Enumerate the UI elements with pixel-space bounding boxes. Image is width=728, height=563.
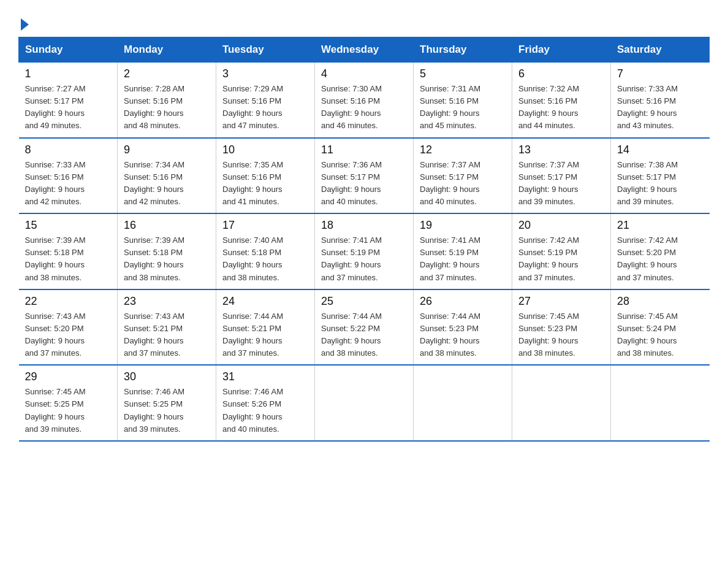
day-info: Sunrise: 7:33 AM Sunset: 5:16 PM Dayligh… — [617, 83, 703, 132]
day-info: Sunrise: 7:39 AM Sunset: 5:18 PM Dayligh… — [25, 234, 112, 284]
day-cell — [611, 365, 710, 441]
day-number: 8 — [25, 144, 112, 156]
day-number: 25 — [321, 295, 407, 308]
day-info: Sunrise: 7:45 AM Sunset: 5:25 PM Dayligh… — [25, 386, 112, 435]
day-cell: 13 Sunrise: 7:37 AM Sunset: 5:17 PM Dayl… — [512, 138, 611, 214]
day-number: 6 — [518, 67, 604, 80]
day-info: Sunrise: 7:43 AM Sunset: 5:21 PM Dayligh… — [124, 310, 210, 360]
day-cell: 21 Sunrise: 7:42 AM Sunset: 5:20 PM Dayl… — [611, 213, 710, 289]
day-info: Sunrise: 7:43 AM Sunset: 5:20 PM Dayligh… — [25, 310, 112, 360]
day-cell: 19 Sunrise: 7:41 AM Sunset: 5:19 PM Dayl… — [414, 213, 512, 289]
day-info: Sunrise: 7:35 AM Sunset: 5:16 PM Dayligh… — [222, 159, 308, 209]
logo-triangle-icon — [21, 18, 29, 31]
day-cell: 17 Sunrise: 7:40 AM Sunset: 5:18 PM Dayl… — [216, 213, 315, 289]
day-cell: 8 Sunrise: 7:33 AM Sunset: 5:16 PM Dayli… — [19, 138, 118, 214]
day-info: Sunrise: 7:36 AM Sunset: 5:17 PM Dayligh… — [321, 159, 407, 209]
day-number: 2 — [124, 67, 210, 80]
day-info: Sunrise: 7:38 AM Sunset: 5:17 PM Dayligh… — [617, 159, 703, 209]
page-header — [18, 12, 710, 31]
day-cell: 6 Sunrise: 7:32 AM Sunset: 5:16 PM Dayli… — [512, 63, 611, 138]
day-cell: 28 Sunrise: 7:45 AM Sunset: 5:24 PM Dayl… — [611, 289, 710, 366]
day-number: 19 — [420, 219, 506, 232]
day-info: Sunrise: 7:40 AM Sunset: 5:18 PM Dayligh… — [222, 234, 308, 284]
day-info: Sunrise: 7:30 AM Sunset: 5:16 PM Dayligh… — [321, 83, 407, 132]
day-cell: 4 Sunrise: 7:30 AM Sunset: 5:16 PM Dayli… — [315, 63, 414, 138]
day-number: 16 — [124, 219, 210, 232]
day-info: Sunrise: 7:44 AM Sunset: 5:22 PM Dayligh… — [321, 310, 407, 360]
day-cell: 27 Sunrise: 7:45 AM Sunset: 5:23 PM Dayl… — [512, 289, 611, 366]
day-info: Sunrise: 7:44 AM Sunset: 5:21 PM Dayligh… — [222, 310, 308, 360]
day-cell: 29 Sunrise: 7:45 AM Sunset: 5:25 PM Dayl… — [19, 365, 118, 441]
week-row-4: 22 Sunrise: 7:43 AM Sunset: 5:20 PM Dayl… — [19, 289, 710, 366]
day-cell: 30 Sunrise: 7:46 AM Sunset: 5:25 PM Dayl… — [118, 365, 216, 441]
header-friday: Friday — [512, 37, 611, 63]
day-number: 1 — [25, 67, 112, 80]
day-cell: 2 Sunrise: 7:28 AM Sunset: 5:16 PM Dayli… — [118, 63, 216, 138]
day-number: 7 — [617, 67, 703, 80]
week-row-5: 29 Sunrise: 7:45 AM Sunset: 5:25 PM Dayl… — [19, 365, 710, 441]
header-saturday: Saturday — [611, 37, 710, 63]
day-number: 9 — [124, 144, 210, 156]
day-number: 15 — [25, 219, 112, 232]
day-info: Sunrise: 7:41 AM Sunset: 5:19 PM Dayligh… — [321, 234, 407, 284]
day-number: 22 — [25, 295, 112, 308]
calendar-table: Sunday Monday Tuesday Wednesday Thursday… — [18, 37, 710, 442]
day-number: 31 — [222, 370, 308, 383]
header-wednesday: Wednesday — [315, 37, 414, 63]
day-number: 23 — [124, 295, 210, 308]
day-cell: 23 Sunrise: 7:43 AM Sunset: 5:21 PM Dayl… — [118, 289, 216, 366]
day-number: 18 — [321, 219, 407, 232]
day-cell: 10 Sunrise: 7:35 AM Sunset: 5:16 PM Dayl… — [216, 138, 315, 214]
day-cell: 26 Sunrise: 7:44 AM Sunset: 5:23 PM Dayl… — [414, 289, 512, 366]
day-cell: 22 Sunrise: 7:43 AM Sunset: 5:20 PM Dayl… — [19, 289, 118, 366]
day-info: Sunrise: 7:37 AM Sunset: 5:17 PM Dayligh… — [420, 159, 506, 209]
day-info: Sunrise: 7:39 AM Sunset: 5:18 PM Dayligh… — [124, 234, 210, 284]
header-sunday: Sunday — [19, 37, 118, 63]
day-info: Sunrise: 7:34 AM Sunset: 5:16 PM Dayligh… — [124, 159, 210, 209]
day-info: Sunrise: 7:33 AM Sunset: 5:16 PM Dayligh… — [25, 159, 112, 209]
day-number: 24 — [222, 295, 308, 308]
day-number: 5 — [420, 67, 506, 80]
day-cell: 20 Sunrise: 7:42 AM Sunset: 5:19 PM Dayl… — [512, 213, 611, 289]
day-cell: 5 Sunrise: 7:31 AM Sunset: 5:16 PM Dayli… — [414, 63, 512, 138]
day-number: 29 — [25, 370, 112, 383]
day-number: 10 — [222, 144, 308, 156]
day-cell: 24 Sunrise: 7:44 AM Sunset: 5:21 PM Dayl… — [216, 289, 315, 366]
day-cell: 31 Sunrise: 7:46 AM Sunset: 5:26 PM Dayl… — [216, 365, 315, 441]
day-cell: 25 Sunrise: 7:44 AM Sunset: 5:22 PM Dayl… — [315, 289, 414, 366]
day-cell — [414, 365, 512, 441]
day-cell: 14 Sunrise: 7:38 AM Sunset: 5:17 PM Dayl… — [611, 138, 710, 214]
day-cell: 11 Sunrise: 7:36 AM Sunset: 5:17 PM Dayl… — [315, 138, 414, 214]
day-number: 28 — [617, 295, 703, 308]
day-cell: 16 Sunrise: 7:39 AM Sunset: 5:18 PM Dayl… — [118, 213, 216, 289]
day-info: Sunrise: 7:37 AM Sunset: 5:17 PM Dayligh… — [518, 159, 604, 209]
day-cell: 7 Sunrise: 7:33 AM Sunset: 5:16 PM Dayli… — [611, 63, 710, 138]
week-row-2: 8 Sunrise: 7:33 AM Sunset: 5:16 PM Dayli… — [19, 138, 710, 214]
day-number: 26 — [420, 295, 506, 308]
week-row-1: 1 Sunrise: 7:27 AM Sunset: 5:17 PM Dayli… — [19, 63, 710, 138]
day-info: Sunrise: 7:46 AM Sunset: 5:25 PM Dayligh… — [124, 386, 210, 435]
day-cell — [512, 365, 611, 441]
day-info: Sunrise: 7:42 AM Sunset: 5:19 PM Dayligh… — [518, 234, 604, 284]
day-number: 17 — [222, 219, 308, 232]
day-number: 21 — [617, 219, 703, 232]
header-thursday: Thursday — [414, 37, 512, 63]
logo — [18, 18, 29, 31]
weekday-header-row: Sunday Monday Tuesday Wednesday Thursday… — [19, 37, 710, 63]
day-cell: 18 Sunrise: 7:41 AM Sunset: 5:19 PM Dayl… — [315, 213, 414, 289]
day-info: Sunrise: 7:44 AM Sunset: 5:23 PM Dayligh… — [420, 310, 506, 360]
day-info: Sunrise: 7:46 AM Sunset: 5:26 PM Dayligh… — [222, 386, 308, 435]
day-number: 12 — [420, 144, 506, 156]
day-info: Sunrise: 7:28 AM Sunset: 5:16 PM Dayligh… — [124, 83, 210, 132]
day-info: Sunrise: 7:27 AM Sunset: 5:17 PM Dayligh… — [25, 83, 112, 132]
day-cell: 3 Sunrise: 7:29 AM Sunset: 5:16 PM Dayli… — [216, 63, 315, 138]
logo-row1 — [18, 18, 29, 31]
day-info: Sunrise: 7:42 AM Sunset: 5:20 PM Dayligh… — [617, 234, 703, 284]
calendar-header: Sunday Monday Tuesday Wednesday Thursday… — [19, 37, 710, 63]
calendar-body: 1 Sunrise: 7:27 AM Sunset: 5:17 PM Dayli… — [19, 63, 710, 441]
day-number: 4 — [321, 67, 407, 80]
day-number: 27 — [518, 295, 604, 308]
week-row-3: 15 Sunrise: 7:39 AM Sunset: 5:18 PM Dayl… — [19, 213, 710, 289]
day-cell: 12 Sunrise: 7:37 AM Sunset: 5:17 PM Dayl… — [414, 138, 512, 214]
day-info: Sunrise: 7:29 AM Sunset: 5:16 PM Dayligh… — [222, 83, 308, 132]
